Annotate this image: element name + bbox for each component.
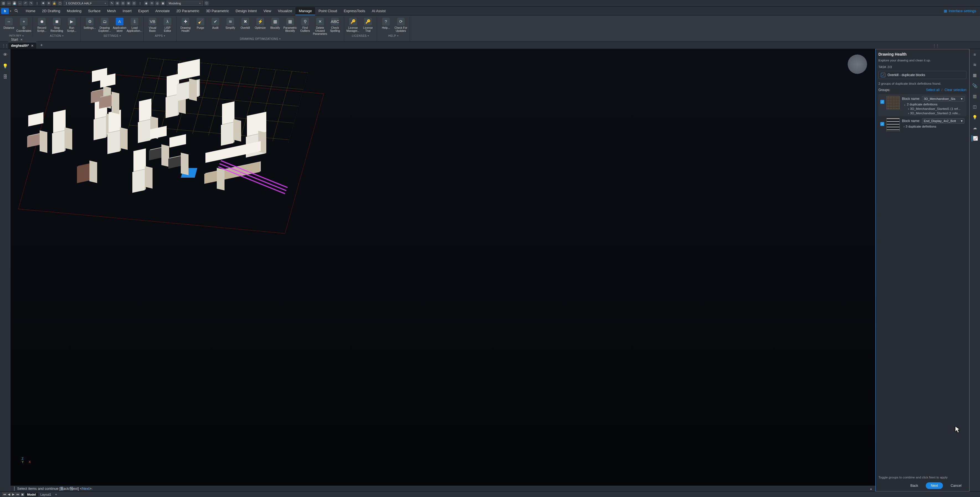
- ribbon-settings[interactable]: ⚙Settings...: [83, 17, 97, 33]
- menu-design-intent[interactable]: Design Intent: [232, 7, 260, 15]
- interface-settings-link[interactable]: ▦ Interface settings: [944, 9, 976, 13]
- ribbon-delete-unused-parameters[interactable]: ✕Delete Unused Parameters: [313, 17, 327, 36]
- ribbon-panel-label[interactable]: DRAWING OPTIMIZATIONS ▾: [240, 37, 281, 41]
- duplicate-count-row[interactable]: ⌄2 duplicate definitions: [902, 103, 964, 106]
- ribbon-overkill[interactable]: ✖Overkill: [238, 17, 253, 36]
- menu-surface[interactable]: Surface: [85, 7, 104, 15]
- layout-icon[interactable]: ▣: [21, 492, 24, 496]
- desk[interactable]: [27, 133, 42, 148]
- lightbulb-icon[interactable]: 💡: [2, 63, 8, 69]
- drag-handle-icon[interactable]: ⋮⋮: [2, 43, 8, 48]
- canvas-3d[interactable]: Z Y X: [11, 49, 875, 486]
- menu-point-cloud[interactable]: Point Cloud: [315, 7, 340, 15]
- menu-ai-assist[interactable]: AI Assist: [369, 7, 389, 15]
- viewport[interactable]: Z Y X ┋ Select items and continue [ Back…: [11, 49, 875, 491]
- menu-2d-drafting[interactable]: 2D Drafting: [39, 7, 64, 15]
- shelf-unit[interactable]: [246, 133, 265, 158]
- tool-d-icon[interactable]: ⊠: [126, 1, 130, 6]
- menu-expresstools[interactable]: ExpressTools: [340, 7, 369, 15]
- layer-print-icon[interactable]: ▢: [57, 1, 62, 6]
- ribbon-panel-label[interactable]: SETTINGS ▾: [103, 33, 121, 38]
- view-orbit-icon[interactable]: ◎: [155, 1, 159, 6]
- ribbon-id-coordinates[interactable]: ⌖ID Coordinates: [17, 17, 31, 33]
- blockname-dropdown[interactable]: End_Display_4x2_Bott▾: [922, 118, 964, 124]
- ribbon-load-application[interactable]: ⇩Load Application...: [127, 17, 142, 33]
- layer-freeze-icon[interactable]: ❄: [46, 1, 51, 6]
- duplicate-child[interactable]: ›3D_Merchandiser_Slanted (1 refe...: [902, 111, 964, 115]
- duplicate-count-row[interactable]: ›3 duplicate definitions: [902, 125, 964, 128]
- ribbon-simplify[interactable]: ≋Simplify: [223, 17, 237, 36]
- ribbon-panel-label[interactable]: ACTION ▾: [50, 33, 64, 38]
- ribbon-stop-recording[interactable]: ⏹Stop Recording: [49, 17, 64, 33]
- view-cube[interactable]: [848, 54, 867, 74]
- ribbon-purge[interactable]: 🧹Purge: [193, 17, 208, 36]
- ribbon-audit[interactable]: ✔Audit: [208, 17, 223, 36]
- panel-cloud-icon[interactable]: ☁: [972, 125, 978, 131]
- doc-tab-dwghealth[interactable]: dwghealth*✕: [8, 43, 36, 49]
- group-checkbox[interactable]: ✓: [880, 122, 884, 126]
- close-tab-icon[interactable]: ✕: [31, 44, 33, 48]
- ribbon-check-spelling[interactable]: ABCCheck Spelling: [328, 17, 342, 36]
- ribbon-lisp-editor[interactable]: λLISP Editor: [160, 17, 175, 33]
- menu-export[interactable]: Export: [135, 7, 152, 15]
- group-checkbox[interactable]: ✓: [880, 100, 884, 104]
- ribbon-drawing-explorer[interactable]: 🗂Drawing Explorer...: [97, 17, 112, 33]
- app-logo-icon[interactable]: b: [1, 8, 9, 14]
- cmd-opt-back[interactable]: ack: [64, 486, 69, 491]
- panel-health-icon[interactable]: 📈: [972, 135, 978, 141]
- layer-lock-icon[interactable]: 🔒: [52, 1, 56, 6]
- doc-tab-start[interactable]: Start✕: [8, 37, 36, 43]
- clear-selection-link[interactable]: Clear selection: [945, 88, 966, 92]
- structure-icon[interactable]: 🗄: [2, 74, 8, 80]
- duplicate-child[interactable]: ›3D_Merchandiser_Slanted1 (1 ref...: [902, 107, 964, 110]
- panel-x-icon[interactable]: ◫: [972, 104, 978, 110]
- help-icon[interactable]: ⓘ: [204, 1, 209, 6]
- panel-sheet-icon[interactable]: ▥: [972, 93, 978, 99]
- view-box-icon[interactable]: ▣: [161, 1, 165, 6]
- ribbon-distance[interactable]: ↔Distance: [2, 17, 16, 33]
- menu-view[interactable]: View: [260, 7, 275, 15]
- ribbon-parametric-blockify[interactable]: ▦Parametric Blockify: [283, 17, 298, 36]
- tool-e-icon[interactable]: ⊡: [132, 1, 136, 6]
- blockname-dropdown[interactable]: 3D_Merchandiser_Sla▾: [922, 96, 964, 102]
- layout-tab-layout1[interactable]: Layout1: [38, 492, 53, 497]
- ribbon-optimize[interactable]: ⚡Optimize: [253, 17, 267, 36]
- ribbon-find-outliers[interactable]: ⚲Find Outliers: [298, 17, 312, 36]
- ribbon-check-for-updates[interactable]: ⟳Check For Updates: [394, 17, 408, 33]
- nav-next-icon[interactable]: ▶: [11, 492, 16, 497]
- tool-a-icon[interactable]: ✎: [110, 1, 114, 6]
- ribbon-run-script[interactable]: ▶Run Script...: [65, 17, 79, 33]
- menu-mesh[interactable]: Mesh: [104, 7, 119, 15]
- menu-3d-parametric[interactable]: 3D Parametric: [203, 7, 232, 15]
- tool-c-icon[interactable]: ⊟: [121, 1, 125, 6]
- panel-bulb-icon[interactable]: 💡: [972, 114, 978, 121]
- panel-settings-icon[interactable]: ≡: [972, 51, 978, 57]
- nav-last-icon[interactable]: ⏭: [16, 492, 20, 497]
- duplicate-group[interactable]: ✓Block name:End_Display_4x2_Bott▾›3 dupl…: [878, 116, 966, 133]
- close-tab-icon[interactable]: ✕: [20, 38, 23, 41]
- cmd-opt-b[interactable]: B: [60, 486, 64, 491]
- ribbon-panel-label[interactable]: LICENSES ▾: [352, 33, 369, 38]
- next-button[interactable]: Next: [926, 482, 943, 489]
- cancel-button[interactable]: Cancel: [946, 482, 966, 489]
- menu-modeling[interactable]: Modeling: [64, 7, 85, 15]
- layer-dropdown[interactable]: 1 GONDOLA HALF ▾: [64, 1, 108, 6]
- shelf-unit[interactable]: [107, 130, 120, 154]
- shelf-unit[interactable]: [132, 169, 145, 193]
- ribbon-panel-label[interactable]: APPS ▾: [155, 33, 165, 38]
- qat-undo-icon[interactable]: ↶: [23, 1, 28, 6]
- shelf-unit[interactable]: [52, 130, 65, 154]
- shelf-unit[interactable]: [221, 122, 233, 146]
- select-all-link[interactable]: Select all: [926, 88, 940, 92]
- ribbon-help[interactable]: ?Help...: [379, 17, 393, 33]
- cabinet[interactable]: [77, 164, 89, 183]
- search-icon[interactable]: [14, 9, 19, 14]
- qat-new-icon[interactable]: ▥: [1, 1, 6, 6]
- back-button[interactable]: Back: [905, 482, 923, 489]
- ribbon-visual-basic[interactable]: VBVisual Basic: [145, 17, 160, 33]
- menu-insert[interactable]: Insert: [119, 7, 135, 15]
- shelf-unit[interactable]: [94, 117, 106, 140]
- qat-redo-icon[interactable]: ↷: [29, 1, 33, 6]
- menu-annotate[interactable]: Annotate: [152, 7, 173, 15]
- drag-handle-right-icon[interactable]: ⋮⋮: [932, 43, 939, 48]
